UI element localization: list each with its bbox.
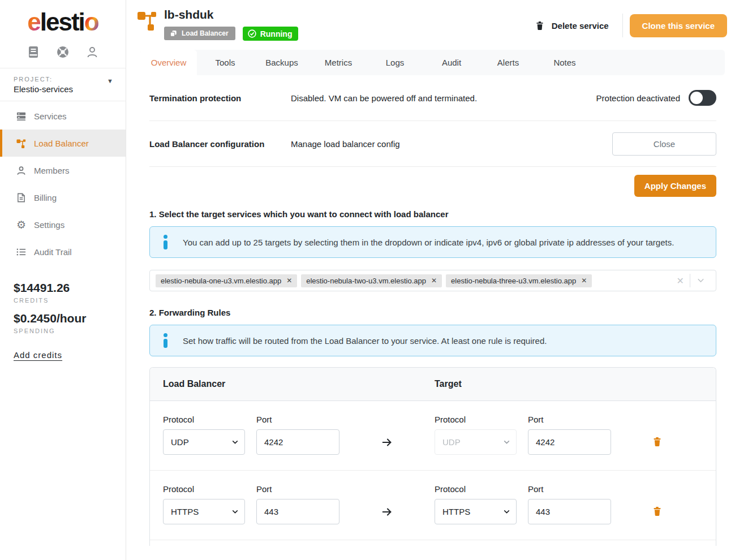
protection-toggle[interactable] [689, 90, 716, 106]
termination-protection-row: Termination protection Disabled. VM can … [149, 75, 716, 121]
main-content: lb-shduk Load Balancer Running Delete se… [126, 0, 735, 560]
sidebar-item-label: Billing [34, 193, 57, 203]
billing-icon [16, 192, 27, 203]
divider [622, 14, 623, 37]
rules-info-box: Set how traffic will be routed from the … [149, 325, 716, 356]
logo-letter: o [84, 8, 98, 36]
sidebar-item-load-balancer[interactable]: Load Balancer [0, 130, 126, 157]
target-protocol-select[interactable]: HTTPS [435, 499, 517, 524]
section1-title: 1. Select the target services which you … [149, 209, 716, 219]
sidebar-item-members[interactable]: Members [0, 157, 126, 184]
members-icon [16, 165, 27, 176]
sidebar-item-label: Load Balancer [34, 139, 89, 148]
lb-protocol-select[interactable]: HTTPS [163, 499, 245, 524]
chevron-down-icon: ▼ [107, 77, 113, 84]
account-icon[interactable] [85, 45, 99, 59]
protocol-label: Protocol [163, 484, 245, 494]
spending-rate: $0.2450/hour [14, 312, 112, 325]
protocol-label: Protocol [163, 415, 245, 424]
target-chip: elestio-nebula-one-u3.vm.elestio.app ✕ [156, 274, 297, 287]
lb-port-input[interactable] [256, 429, 339, 455]
gear-icon: ⚙ [16, 219, 27, 230]
port-label: Port [256, 484, 339, 494]
sidebar-item-billing[interactable]: Billing [0, 184, 126, 211]
port-label: Port [528, 415, 611, 424]
credits-amount: $14491.26 [14, 281, 112, 295]
tab-backups[interactable]: Backups [253, 50, 310, 75]
rules-info-text: Set how traffic will be routed from the … [183, 336, 547, 346]
port-label: Port [256, 415, 339, 424]
elestio-logo[interactable]: elestio [0, 0, 126, 40]
logo-letter: e [27, 8, 40, 36]
forwarding-rule-row [150, 540, 716, 546]
forwarding-rule-row: Protocol UDP Port [150, 401, 716, 471]
load-balancer-icon [16, 138, 27, 149]
support-icon[interactable] [56, 45, 70, 59]
toggle-knob [690, 92, 703, 104]
sidebar-item-label: Settings [34, 220, 65, 230]
delete-service-button[interactable]: Delete service [529, 16, 614, 35]
services-icon [16, 111, 27, 122]
status-badge[interactable]: Running [243, 27, 299, 41]
termination-protection-label: Termination protection [149, 93, 291, 103]
remove-target-icon[interactable]: ✕ [431, 277, 437, 285]
info-icon [164, 235, 167, 249]
project-selector[interactable]: PROJECT: Elestio-services ▼ [0, 68, 126, 101]
clear-all-icon[interactable]: ✕ [671, 275, 690, 286]
sidebar-item-label: Members [34, 166, 70, 175]
target-port-input[interactable] [528, 429, 611, 455]
docs-icon[interactable] [27, 45, 40, 59]
tab-bar: Overview Tools Backups Metrics Logs Audi… [140, 50, 725, 75]
protocol-label: Protocol [435, 484, 517, 494]
logo-letters: lesti [40, 8, 84, 36]
add-credits-link[interactable]: Add credits [14, 350, 62, 360]
service-type-badge: Load Balancer [164, 27, 235, 40]
audit-trail-icon [16, 247, 27, 257]
tab-audit[interactable]: Audit [423, 50, 480, 75]
sidebar-item-settings[interactable]: ⚙ Settings [0, 211, 126, 238]
protection-toggle-label: Protection deactivated [596, 93, 680, 103]
lb-protocol-select[interactable]: UDP [163, 429, 245, 455]
lb-port-input[interactable] [256, 499, 339, 524]
spending-label: SPENDING [14, 328, 112, 334]
chevron-down-icon[interactable] [690, 274, 710, 287]
lb-configuration-label: Load Balancer configuration [149, 139, 291, 149]
load-balancer-icon [136, 9, 158, 32]
lb-configuration-description: Manage load balancer config [291, 139, 612, 149]
sidebar-nav: Services Load Balancer Members Billing ⚙… [0, 101, 126, 265]
tab-tools[interactable]: Tools [197, 50, 253, 75]
port-label: Port [528, 484, 611, 494]
forwarding-rules-card: Load Balancer Target Protocol UDP [149, 367, 716, 546]
delete-rule-button[interactable] [650, 503, 665, 520]
project-label: PROJECT: [14, 76, 112, 83]
tab-overview[interactable]: Overview [140, 50, 197, 75]
column-target: Target [435, 379, 611, 389]
arrow-right-icon [339, 429, 435, 455]
remove-target-icon[interactable]: ✕ [286, 277, 292, 285]
delete-rule-button[interactable] [650, 434, 665, 451]
close-config-button[interactable]: Close [612, 132, 716, 156]
credits-label: CREDITS [14, 297, 112, 304]
targets-multiselect[interactable]: elestio-nebula-one-u3.vm.elestio.app ✕ e… [149, 270, 716, 291]
layers-icon [169, 29, 178, 38]
protocol-label: Protocol [435, 415, 517, 424]
trash-icon [652, 506, 663, 516]
service-header: lb-shduk Load Balancer Running Delete se… [126, 0, 735, 41]
section2-title: 2. Forwarding Rules [149, 308, 716, 317]
info-icon [164, 333, 167, 348]
sidebar-item-label: Audit Trail [34, 247, 72, 257]
target-protocol-select: UDP [435, 429, 517, 455]
tab-alerts[interactable]: Alerts [480, 50, 536, 75]
tab-metrics[interactable]: Metrics [310, 50, 367, 75]
apply-changes-button[interactable]: Apply Changes [634, 175, 716, 197]
target-port-input[interactable] [528, 499, 611, 524]
tab-notes[interactable]: Notes [536, 50, 593, 75]
rules-table-header: Load Balancer Target [150, 368, 716, 401]
sidebar-item-services[interactable]: Services [0, 102, 126, 130]
remove-target-icon[interactable]: ✕ [581, 277, 587, 285]
credits-panel: $14491.26 CREDITS $0.2450/hour SPENDING … [0, 265, 126, 360]
clone-service-button[interactable]: Clone this service [630, 14, 727, 37]
trash-icon [535, 20, 545, 31]
tab-logs[interactable]: Logs [367, 50, 423, 75]
sidebar-item-audit-trail[interactable]: Audit Trail [0, 238, 126, 265]
